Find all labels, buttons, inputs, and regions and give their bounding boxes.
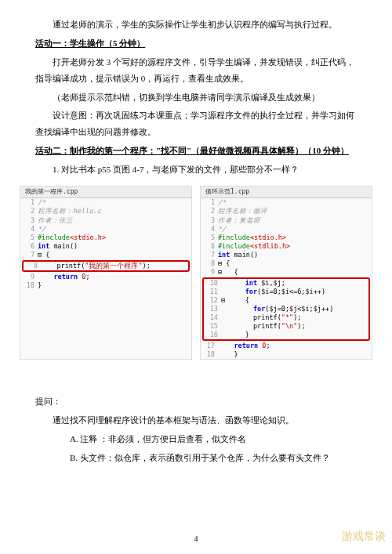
activity1-title: 活动一：学生操作（5 分钟） — [35, 35, 357, 52]
code1-tab: 我的第一程序.cpp — [20, 186, 191, 198]
activity1-para1: 打开老师分发 3 个写好的源程序文件，引导学生编译，并发现错误，纠正代码，指导编… — [35, 54, 357, 87]
watermark: 游戏常谈 — [342, 527, 386, 548]
code2-tab: 循环示范1.cpp — [201, 186, 372, 198]
page-number: 4 — [0, 531, 392, 546]
question-p1: 通过找不同理解程序设计的基本框架与语法、函数等理论知识。 — [35, 412, 357, 429]
question-a: A. 注释 ：非必须，但方便日后查看，似文件名 — [35, 431, 357, 447]
code2-highlight: 10 int $i,$j; 11 for($i=0;$i<=6;$i++) 12… — [202, 277, 370, 341]
code-block-2: 循环示范1.cpp 1/* 2程序名称：循环 3作者：黄老师 4*/ 5#inc… — [200, 186, 372, 360]
activity2-title: 活动二：制作我的第一个程序："找不同"（最好做微视频再具体解释）（10 分钟） — [35, 143, 357, 159]
code-comparison: 我的第一程序.cpp 1/* 2程序名称：hello.c 3作者：张三 4*/ … — [20, 186, 372, 360]
activity1-para3: 设计意图：再次巩固练习本课重点；学习源程序文件的执行全过程，并学习如何查找编译中… — [35, 107, 357, 140]
code1-highlight: 8 printf("我的第一个程序"); — [22, 260, 190, 272]
activity2-q1: 1. 对比书本 p55 页图 4-7，与老师下发的文件，那些部分不一样？ — [35, 161, 357, 178]
question-title: 提问： — [35, 393, 357, 410]
code-block-1: 我的第一程序.cpp 1/* 2程序名称：hello.c 3作者：张三 4*/ … — [20, 186, 192, 360]
activity1-para2: （老师提示示范纠错，切换到学生电脑并请同学演示编译及生成效果） — [35, 89, 357, 106]
question-b: B. 头文件：似仓库，表示函数引用于某个仓库，为什么要有头文件？ — [35, 450, 357, 466]
intro-text: 通过老师的演示，学生的实际操作让学生初步认识程序的编写与执行过程。 — [35, 16, 357, 33]
